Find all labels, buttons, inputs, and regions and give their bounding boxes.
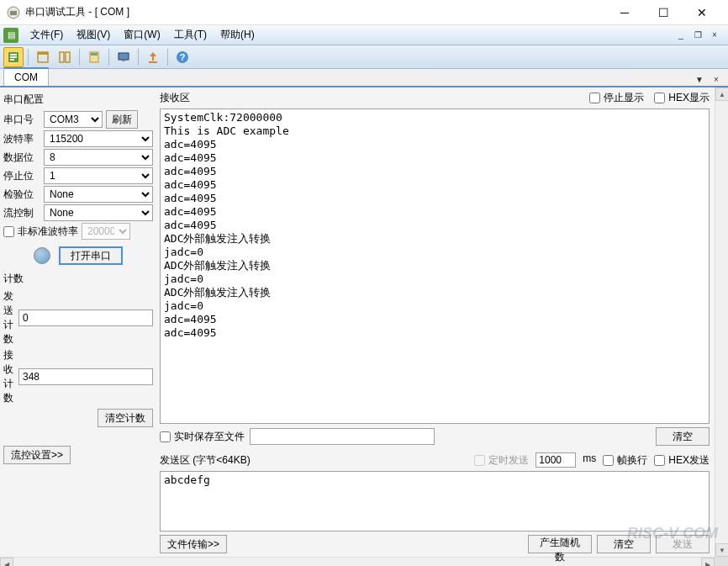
tab-close-icon[interactable]: × bbox=[710, 74, 723, 84]
content-area: 串口配置 串口号 COM3 刷新 波特率 115200 数据位 8 停止位 1 … bbox=[0, 87, 728, 557]
hex-send-checkbox[interactable] bbox=[654, 455, 665, 466]
receive-textarea[interactable]: SystemClk:72000000 This is ADC example a… bbox=[160, 108, 710, 424]
titlebar: 串口调试工具 - [ COM ] ─ ☐ ✕ bbox=[0, 0, 728, 25]
svg-rect-13 bbox=[122, 60, 125, 61]
hex-send-label: HEX发送 bbox=[668, 453, 710, 468]
tool-new-icon[interactable] bbox=[3, 47, 24, 67]
nonstd-baud-label: 非标准波特率 bbox=[18, 225, 78, 239]
random-button[interactable]: 产生随机数 bbox=[528, 535, 592, 553]
send-textarea[interactable] bbox=[160, 471, 710, 532]
send-title: 发送区 (字节<64KB) bbox=[160, 453, 251, 468]
port-label: 串口号 bbox=[3, 113, 40, 127]
left-panel: 串口配置 串口号 COM3 刷新 波特率 115200 数据位 8 停止位 1 … bbox=[0, 87, 156, 557]
frame-wrap-checkbox[interactable] bbox=[603, 455, 614, 466]
ms-label: ms bbox=[583, 452, 596, 468]
menubar-app-icon: ▤ bbox=[3, 28, 18, 43]
maximize-button[interactable]: ☐ bbox=[644, 0, 683, 25]
menu-tools[interactable]: 工具(T) bbox=[167, 25, 214, 45]
connection-status-icon bbox=[34, 247, 50, 264]
svg-rect-12 bbox=[119, 53, 129, 60]
send-count-label: 发送计数 bbox=[3, 289, 15, 346]
vertical-scrollbar[interactable]: ▲ ▼ bbox=[715, 87, 728, 557]
window-title: 串口调试工具 - [ COM ] bbox=[25, 5, 605, 19]
tool-help-icon[interactable]: ? bbox=[172, 47, 193, 67]
nonstd-baud-select: 200000 bbox=[82, 223, 130, 240]
save-file-label: 实时保存至文件 bbox=[174, 430, 245, 444]
svg-rect-7 bbox=[38, 52, 48, 55]
stop-display-checkbox[interactable] bbox=[589, 93, 600, 103]
svg-rect-8 bbox=[60, 52, 64, 62]
recv-count-field[interactable] bbox=[18, 368, 153, 385]
recv-count-label: 接收计数 bbox=[3, 348, 15, 405]
svg-text:?: ? bbox=[180, 52, 186, 62]
send-count-field[interactable] bbox=[18, 309, 153, 326]
frame-wrap-label: 帧换行 bbox=[617, 453, 647, 468]
scroll-right-icon[interactable]: ▶ bbox=[701, 558, 715, 566]
stopbits-select[interactable]: 1 bbox=[44, 167, 153, 184]
minimize-button[interactable]: ─ bbox=[605, 0, 644, 25]
hex-display-checkbox[interactable] bbox=[654, 93, 665, 103]
tool-calc-icon[interactable] bbox=[84, 47, 104, 67]
hex-display-label: HEX显示 bbox=[668, 91, 710, 105]
clear-count-button[interactable]: 清空计数 bbox=[98, 409, 153, 427]
interval-field[interactable] bbox=[535, 452, 576, 468]
port-select[interactable]: COM3 bbox=[44, 111, 103, 128]
parity-label: 检验位 bbox=[3, 188, 40, 202]
baud-select[interactable]: 115200 bbox=[44, 130, 153, 147]
mdi-restore-icon[interactable]: ❐ bbox=[691, 30, 704, 40]
menu-help[interactable]: 帮助(H) bbox=[214, 25, 261, 45]
save-file-path-field[interactable] bbox=[250, 428, 435, 445]
nonstd-baud-checkbox[interactable] bbox=[3, 226, 14, 237]
tool-monitor-icon[interactable] bbox=[113, 47, 134, 67]
svg-rect-4 bbox=[10, 56, 17, 58]
receive-title: 接收区 bbox=[160, 91, 190, 105]
scroll-up-icon[interactable]: ▲ bbox=[715, 87, 728, 101]
tab-dropdown-icon[interactable]: ▼ bbox=[693, 74, 706, 84]
scroll-left-icon[interactable]: ◀ bbox=[0, 558, 13, 566]
open-port-button[interactable]: 打开串口 bbox=[59, 246, 123, 265]
close-button[interactable]: ✕ bbox=[683, 0, 721, 25]
toolbar: ? bbox=[0, 45, 728, 69]
config-title: 串口配置 bbox=[3, 91, 153, 108]
databits-select[interactable]: 8 bbox=[44, 149, 153, 166]
count-title: 计数 bbox=[3, 270, 153, 288]
baud-label: 波特率 bbox=[3, 132, 40, 146]
flow-settings-button[interactable]: 流控设置>> bbox=[3, 446, 71, 464]
clear-send-button[interactable]: 清空 bbox=[597, 535, 651, 553]
svg-rect-14 bbox=[149, 61, 157, 63]
svg-rect-5 bbox=[10, 59, 14, 61]
stop-display-label: 停止显示 bbox=[604, 91, 644, 105]
menubar: ▤ 文件(F) 视图(V) 窗口(W) 工具(T) 帮助(H) _ ❐ × bbox=[0, 25, 728, 45]
data-label: 数据位 bbox=[3, 151, 40, 165]
menu-window[interactable]: 窗口(W) bbox=[117, 25, 166, 45]
svg-rect-3 bbox=[10, 54, 17, 56]
tool-layout1-icon[interactable] bbox=[33, 47, 53, 67]
svg-rect-1 bbox=[10, 11, 17, 15]
scroll-down-icon[interactable]: ▼ bbox=[715, 543, 728, 557]
app-icon bbox=[7, 6, 20, 19]
mdi-close-icon[interactable]: × bbox=[708, 30, 721, 40]
menu-view[interactable]: 视图(V) bbox=[70, 25, 117, 45]
right-panel: 接收区 停止显示 HEX显示 SystemClk:72000000 This i… bbox=[156, 87, 715, 557]
flowctrl-select[interactable]: None bbox=[44, 204, 153, 221]
menu-file[interactable]: 文件(F) bbox=[24, 25, 70, 45]
tool-layout2-icon[interactable] bbox=[55, 47, 75, 67]
parity-select[interactable]: None bbox=[44, 186, 153, 203]
flow-label: 流控制 bbox=[3, 206, 40, 220]
tool-upload-icon[interactable] bbox=[143, 47, 163, 67]
stop-label: 停止位 bbox=[3, 169, 40, 183]
refresh-button[interactable]: 刷新 bbox=[106, 110, 138, 129]
send-button[interactable]: 发送 bbox=[656, 535, 710, 553]
clear-receive-button[interactable]: 清空 bbox=[656, 427, 710, 446]
timed-send-label: 定时发送 bbox=[488, 453, 529, 468]
tab-com[interactable]: COM bbox=[3, 67, 49, 86]
timed-send-checkbox[interactable] bbox=[474, 455, 485, 466]
save-file-checkbox[interactable] bbox=[160, 431, 171, 442]
svg-rect-11 bbox=[91, 53, 98, 56]
tabstrip: COM ▼ × bbox=[0, 69, 728, 87]
svg-rect-9 bbox=[66, 52, 70, 62]
file-transfer-button[interactable]: 文件传输>> bbox=[160, 535, 227, 553]
mdi-minimize-icon[interactable]: _ bbox=[674, 30, 688, 40]
horizontal-scrollbar[interactable]: ◀ ▶ bbox=[0, 557, 728, 566]
